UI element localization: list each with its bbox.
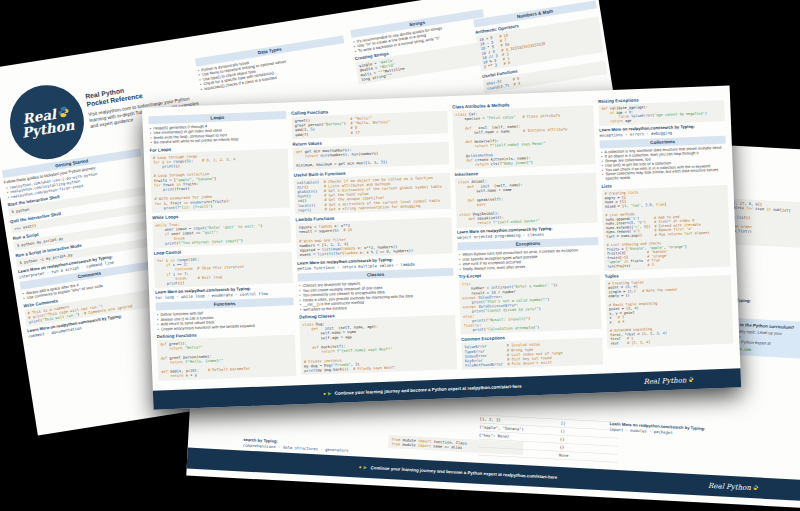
code-block: callable() # Checks if an object can be … (294, 173, 451, 215)
sheet-front: Loopsrange(5) generates 0 through 4Use e… (142, 85, 741, 409)
footer-brand-logo: Real Python (708, 481, 759, 492)
bullet-list: A collection is any container data struc… (600, 146, 727, 182)
code-block: square = lambda x: x**2result = square(5… (296, 217, 453, 259)
table-cell: {} (560, 437, 565, 442)
code-block: ValueError # Invalid valueTypeError # Wr… (461, 338, 603, 370)
python-icon (688, 376, 694, 384)
table-cell: [] (561, 421, 566, 426)
collections-column: Raising Exceptionsdef validate_age(age):… (598, 92, 734, 366)
classes-exceptions-column: Class Attributes & Methodsclass Cat: spe… (452, 97, 603, 371)
desk-background: Real Python Real Python Pocket Reference… (0, 0, 800, 511)
footer-brand-name: Real Python (643, 376, 686, 386)
rocket-icon: ▶ (364, 465, 368, 470)
sheet2-footer-banner: ● ▶ Continue your learning journey and b… (187, 448, 800, 506)
footer-brand-name: Real Python (708, 481, 751, 491)
functions-classes-column: Calling Functionsgreet() # "Hello!"greet… (291, 102, 457, 377)
footer-icons: ● ▶ (323, 391, 332, 396)
code-block: # Creating listsempty = []nums = [1]mixe… (601, 185, 730, 271)
modules-learn-more: Learn More on realpython.com/search by T… (609, 420, 755, 442)
footer-icons: ● ▶ (359, 465, 368, 470)
footer-text: Continue your learning journey and becom… (370, 465, 557, 480)
table-cell: () (560, 429, 565, 434)
data-types-column: Data TypesPython is dynamically typedUse… (194, 33, 348, 93)
learn-more: Learn More on realpython.com/search by T… (609, 422, 754, 440)
table-cell (478, 449, 559, 458)
loops-functions-column: Loopsrange(5) generates 0 through 4Use e… (148, 108, 296, 382)
code-block: class Animal: def __init__(self, name): … (455, 173, 598, 228)
code-block: def validate_age(age): if age < 0: raise… (598, 100, 725, 126)
bullet-list: Define functions with defAlways use () t… (156, 307, 295, 331)
table-cell: None (559, 453, 569, 458)
code-block: greet() # "Hello!"greet_person("Bartosz"… (291, 111, 448, 139)
code-block: class Dog: def __init__(self, name, age)… (299, 315, 457, 376)
python-icon (753, 484, 759, 492)
strings-column: StringsIt's recommended to use double qu… (350, 7, 492, 86)
footer-brand-logo: Real Python (643, 376, 694, 386)
code-block: # Creating tuplespoint = (3, 4)single = … (605, 275, 734, 348)
code-block: while True: user_input = input("Enter 'q… (152, 216, 291, 248)
code-block: class Cat: species = "Felis catus" # Cla… (452, 105, 595, 170)
bullet-list: range(5) generates 0 through 4Use enumer… (149, 121, 288, 145)
equivalence-table: [1, 2, 3][]("apple", "banana")(){"key": … (478, 415, 620, 463)
bullet-list: When Python runs and encounters an error… (458, 247, 600, 271)
code-block: def get_min_max(numbers): return min(num… (293, 142, 450, 170)
rocket-icon: ▶ (328, 391, 332, 396)
code-block: # Loop through rangefor i in range(5): #… (150, 148, 290, 212)
numbers-math-column: Numbers & MathArithmetic Operators10 + 5… (473, 0, 608, 94)
bulb-icon: ● (323, 391, 326, 396)
code-block: for i in range(10): if i == 3: continue … (154, 251, 293, 288)
code-block: try: number = int(input("Enter a number:… (459, 275, 602, 335)
footer-text: Continue your learning journey and becom… (335, 384, 522, 396)
getting-started-column: Getting StartedFollow these guides to ki… (2, 146, 168, 341)
realpython-logo: Real Python (5, 80, 90, 165)
bullet-list: Classes are blueprints for objectsYou ca… (298, 278, 455, 312)
code-block: def greet(): return "Hello!" def greet_p… (157, 335, 296, 381)
empty-values-table: [1, 2, 3][]("apple", "banana")(){"key": … (478, 415, 620, 463)
table-cell: {} (559, 445, 564, 450)
bulb-icon: ● (359, 465, 362, 470)
